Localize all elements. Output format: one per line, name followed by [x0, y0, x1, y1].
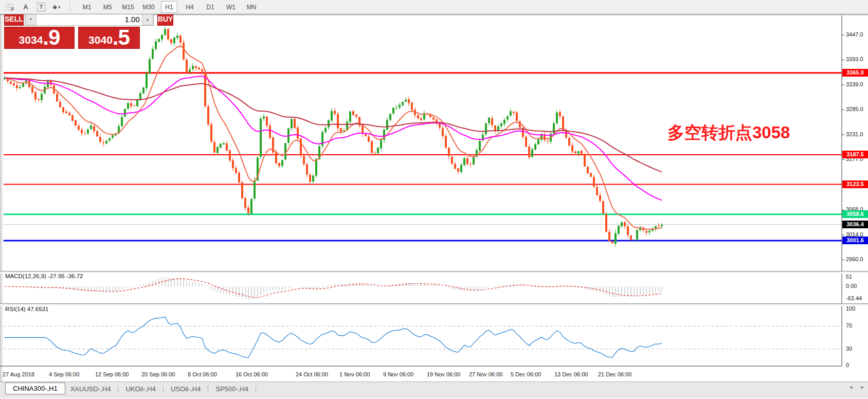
toolbar-separator — [70, 2, 71, 12]
volume-input[interactable] — [37, 13, 142, 25]
buy-price-last-digit: .5 — [113, 27, 130, 48]
fibonacci-retracement-icon[interactable]: F — [4, 2, 16, 13]
text-label-icon[interactable]: T — [35, 2, 47, 13]
tab-scroll-arrows: ◄ ► — [848, 385, 865, 390]
buy-price-main: 3040 — [88, 32, 113, 48]
sell-price-main: 3034 — [19, 32, 43, 48]
timeframe-toolbar: M1M5M15M30H1H4D1W1MN — [74, 1, 264, 13]
text-annotation: 多空转折点3058 — [667, 121, 790, 144]
line-studies-toolbar: F A T ◆ ▾ — [0, 2, 67, 13]
volume-decrease-button[interactable]: ▼ — [25, 13, 37, 25]
macd-label: MACD(12,26,9) -27.95 -36.72 — [5, 273, 83, 279]
timeframe-button-w1[interactable]: W1 — [223, 1, 239, 13]
timeframe-button-mn[interactable]: MN — [243, 1, 260, 13]
chart-tab-ukoil-h4[interactable]: UKOil-,H4 — [120, 383, 161, 395]
tab-scroll-left-icon[interactable]: ◄ — [848, 385, 853, 390]
text-icon[interactable]: A — [20, 2, 32, 13]
chart-tab-china300-h1[interactable]: CHINA300-,H1 — [5, 383, 65, 394]
timeframe-button-m1[interactable]: M1 — [79, 1, 95, 13]
main-macd-splitter[interactable] — [0, 271, 868, 274]
mt4-window: F A T ◆ ▾ M1M5M15M30H1H4D1W1MN 3447.0339… — [0, 0, 868, 399]
buy-price-display[interactable]: 3040 .5 — [78, 27, 140, 49]
chart-tab-xauusd-h4[interactable]: XAUUSD-,H4 — [65, 383, 116, 395]
tab-separator — [208, 386, 208, 393]
chevron-down-icon: ▾ — [58, 5, 61, 10]
timeframe-button-m30[interactable]: M30 — [140, 1, 157, 13]
chart-tab-bar: CHINA300-,H1XAUUSD-,H4UKOil-,H4USOil-,H4… — [0, 382, 868, 396]
timeframe-button-d1[interactable]: D1 — [202, 1, 219, 13]
arrows-glyph: ◆ — [53, 4, 57, 10]
tab-scroll-right-icon[interactable]: ► — [860, 385, 865, 390]
macd-rsi-splitter[interactable] — [0, 303, 868, 306]
toolbar: F A T ◆ ▾ M1M5M15M30H1H4D1W1MN — [0, 0, 868, 14]
arrows-icon[interactable]: ◆ ▾ — [50, 2, 63, 13]
status-bar-strip — [0, 396, 868, 399]
sell-price-display[interactable]: 3034 .9 — [4, 27, 75, 49]
chart-tab-usoil-h4[interactable]: USOil-,H4 — [166, 383, 206, 395]
price-chart-canvas[interactable] — [0, 0, 868, 399]
svg-text:F: F — [11, 7, 14, 11]
timeframe-button-h1[interactable]: H1 — [161, 1, 177, 13]
chart-tab-sp500-h4[interactable]: SP500-,H4 — [210, 383, 254, 395]
tab-separator — [118, 386, 118, 393]
timeframe-button-m5[interactable]: M5 — [99, 1, 116, 13]
volume-increase-button[interactable]: ▲ — [142, 13, 153, 25]
sell-price-last-digit: .9 — [43, 27, 60, 48]
rsi-label: RSI(14) 47.6531 — [5, 306, 48, 312]
timeframe-button-h4[interactable]: H4 — [182, 1, 198, 13]
tab-separator — [256, 386, 256, 393]
timeframe-button-m15[interactable]: M15 — [120, 1, 136, 13]
tab-separator — [163, 386, 164, 393]
text-label-glyph: T — [37, 3, 46, 11]
one-click-trade-panel: SELL ▼ ▲ BUY 3034 .9 3040 .5 — [4, 12, 140, 49]
